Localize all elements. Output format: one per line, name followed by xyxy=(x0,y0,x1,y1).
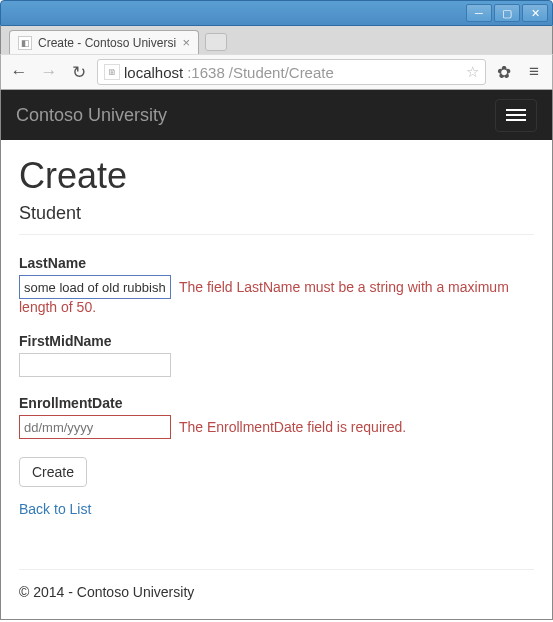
tab-title: Create - Contoso Universit xyxy=(38,36,176,50)
url-port: :1638 xyxy=(187,64,225,81)
site-navbar: Contoso University xyxy=(1,90,552,140)
lastname-input[interactable] xyxy=(19,275,171,299)
browser-toolbar: ← → ↻ 🗎 localhost:1638/Student/Create ☆ … xyxy=(0,54,553,90)
page-heading: Create xyxy=(19,155,534,197)
back-to-list-link[interactable]: Back to List xyxy=(19,501,91,517)
hamburger-bar-icon xyxy=(506,119,526,121)
forward-button[interactable]: → xyxy=(37,60,61,84)
browser-tab-bar: ◧ Create - Contoso Universit × xyxy=(0,26,553,54)
window-maximize-button[interactable]: ▢ xyxy=(494,4,520,22)
url-path: /Student/Create xyxy=(229,64,334,81)
address-bar[interactable]: 🗎 localhost:1638/Student/Create ☆ xyxy=(97,59,486,85)
page-content: Create Student LastName The field LastNa… xyxy=(1,140,552,547)
browser-tab[interactable]: ◧ Create - Contoso Universit × xyxy=(9,30,199,54)
browser-viewport: Contoso University Create Student LastNa… xyxy=(0,90,553,620)
create-button[interactable]: Create xyxy=(19,457,87,487)
bookmark-star-icon[interactable]: ☆ xyxy=(466,63,479,81)
hamburger-bar-icon xyxy=(506,109,526,111)
enrollmentdate-input[interactable] xyxy=(19,415,171,439)
firstmidname-label: FirstMidName xyxy=(19,333,534,349)
enrollmentdate-error: The EnrollmentDate field is required. xyxy=(179,419,406,435)
reload-button[interactable]: ↻ xyxy=(67,60,91,84)
settings-gear-icon[interactable]: ✿ xyxy=(492,60,516,84)
lastname-label: LastName xyxy=(19,255,534,271)
navbar-toggle-button[interactable] xyxy=(495,99,537,132)
back-button[interactable]: ← xyxy=(7,60,31,84)
divider xyxy=(19,234,534,235)
page-icon: 🗎 xyxy=(104,64,120,80)
navbar-brand[interactable]: Contoso University xyxy=(16,105,167,126)
enrollmentdate-label: EnrollmentDate xyxy=(19,395,534,411)
footer-text: © 2014 - Contoso University xyxy=(19,584,194,600)
hamburger-bar-icon xyxy=(506,114,526,116)
page-favicon: ◧ xyxy=(18,36,32,50)
url-host: localhost xyxy=(124,64,183,81)
lastname-group: LastName The field LastName must be a st… xyxy=(19,255,534,315)
firstmidname-input[interactable] xyxy=(19,353,171,377)
tab-close-icon[interactable]: × xyxy=(182,35,190,50)
firstmidname-group: FirstMidName xyxy=(19,333,534,377)
window-close-button[interactable]: ✕ xyxy=(522,4,548,22)
page-subheading: Student xyxy=(19,203,534,224)
window-titlebar: ─ ▢ ✕ xyxy=(0,0,553,26)
window-minimize-button[interactable]: ─ xyxy=(466,4,492,22)
new-tab-button[interactable] xyxy=(205,33,227,51)
enrollmentdate-group: EnrollmentDate The EnrollmentDate field … xyxy=(19,395,534,439)
menu-icon[interactable]: ≡ xyxy=(522,60,546,84)
page-scroll-area[interactable]: Contoso University Create Student LastNa… xyxy=(1,90,552,619)
page-footer: © 2014 - Contoso University xyxy=(19,569,534,619)
